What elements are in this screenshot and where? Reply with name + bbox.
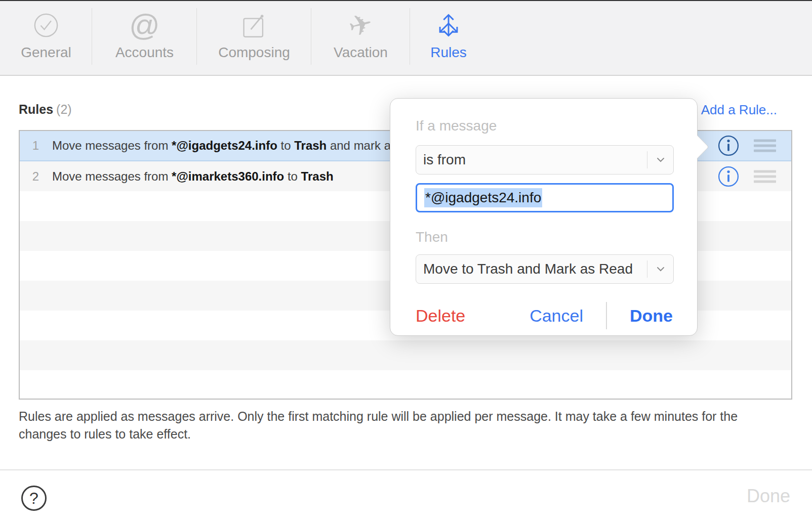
rule-number: 2 [26,169,39,184]
tab-vacation[interactable]: ✈ Vacation [311,1,410,75]
then-label: Then [416,229,673,245]
page-title: Rules(2) [19,102,72,116]
tab-accounts[interactable]: @ Accounts [92,1,197,75]
info-icon [718,166,739,187]
condition-select[interactable]: is from [416,145,674,174]
bottom-bar: ? Done [0,469,812,525]
at-sign-icon: @ [129,9,160,41]
sender-pattern-input[interactable]: *@igadgets24.info [416,183,674,212]
drag-handle[interactable] [754,137,776,155]
tab-vacation-label: Vacation [334,45,388,61]
compose-pencil-icon [240,9,268,41]
rule-number: 1 [26,139,39,153]
tab-general-label: General [21,45,71,61]
rule-description: Move messages from *@imarkets360.info to… [52,169,334,184]
delete-button[interactable]: Delete [416,306,465,326]
rule-info-button[interactable] [718,135,739,156]
rule-info-button[interactable] [718,166,739,187]
done-button-disabled[interactable]: Done [747,486,790,507]
rules-footnote: Rules are applied as messages arrive. On… [19,408,792,443]
popover-buttons: Delete Cancel Done [416,302,673,329]
popover-done-button[interactable]: Done [630,306,673,326]
rules-count: (2) [56,102,72,116]
add-rule-link[interactable]: Add a Rule... [701,102,777,118]
action-select[interactable]: Move to Trash and Mark as Read [416,254,674,284]
tab-composing[interactable]: Composing [197,1,311,75]
mail-preferences-window: General @ Accounts Composing ✈ Vacation [0,0,812,525]
info-icon [718,135,739,156]
empty-row [20,370,791,400]
chevron-down-icon [647,260,673,278]
cancel-button[interactable]: Cancel [530,306,583,326]
airplane-icon: ✈ [349,9,373,41]
preferences-toolbar: General @ Accounts Composing ✈ Vacation [0,1,812,76]
selected-input-text: *@igadgets24.info [424,188,542,207]
checkmark-circle-icon [32,9,60,41]
tab-rules[interactable]: Rules [410,1,487,75]
help-button[interactable]: ? [21,486,47,511]
chevron-down-icon [647,151,673,168]
tab-rules-label: Rules [430,45,467,61]
rule-description: Move messages from *@igadgets24.info to … [52,139,425,153]
tab-general[interactable]: General [0,1,92,75]
condition-value: is from [416,152,647,168]
empty-row [20,340,791,370]
tab-accounts-label: Accounts [115,45,174,61]
action-value: Move to Trash and Mark as Read [416,261,647,277]
if-message-label: If a message [416,118,673,134]
tab-composing-label: Composing [218,45,290,61]
button-divider [606,302,607,329]
edit-rule-popover: If a message is from *@igadgets24.info T… [390,98,698,336]
drag-handle[interactable] [754,167,776,185]
rules-arrows-icon [434,9,463,41]
